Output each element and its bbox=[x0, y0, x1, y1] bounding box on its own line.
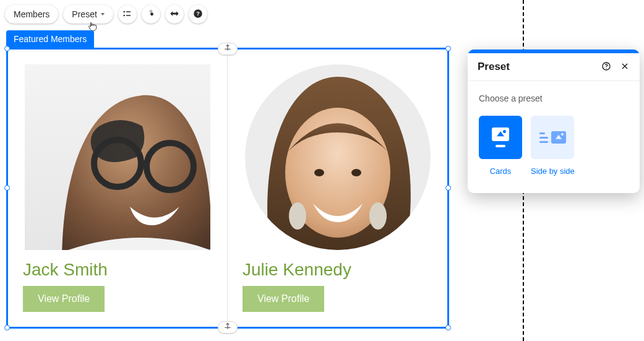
preset-option-cards[interactable]: Cards bbox=[479, 116, 522, 176]
stretch-button[interactable] bbox=[165, 5, 184, 24]
panel-subtitle: Choose a preset bbox=[479, 93, 629, 103]
resize-handle[interactable] bbox=[445, 46, 451, 51]
member-card: Julie Kennedy View Profile bbox=[228, 50, 447, 327]
text-line-icon bbox=[496, 145, 505, 147]
svg-text:?: ? bbox=[196, 11, 200, 17]
member-card: Jack Smith View Profile bbox=[8, 50, 228, 327]
panel-help-button[interactable] bbox=[601, 61, 611, 73]
help-button[interactable]: ? bbox=[189, 5, 207, 24]
manage-fields-button[interactable] bbox=[118, 5, 137, 24]
svg-point-2 bbox=[123, 14, 125, 16]
image-icon bbox=[492, 127, 509, 141]
side-by-side-icon bbox=[539, 131, 566, 144]
avatar bbox=[25, 64, 210, 250]
drag-icon bbox=[223, 43, 232, 54]
cards-row: Jack Smith View Profile bbox=[8, 50, 447, 327]
members-widget[interactable]: Jack Smith View Profile bbox=[6, 48, 449, 329]
chevron-down-icon bbox=[101, 13, 105, 15]
view-profile-button[interactable]: View Profile bbox=[23, 286, 105, 312]
svg-point-13 bbox=[351, 169, 361, 176]
preset-options: Cards Side by side bbox=[479, 116, 629, 176]
drag-handle-top[interactable] bbox=[218, 43, 238, 55]
preset-tile bbox=[531, 116, 574, 159]
stretch-icon bbox=[169, 8, 180, 21]
animation-button[interactable] bbox=[142, 5, 160, 24]
view-profile-label: View Profile bbox=[38, 293, 90, 304]
element-tag-label: Featured Members bbox=[14, 34, 87, 44]
drag-icon bbox=[223, 322, 232, 333]
member-name: Jack Smith bbox=[23, 260, 212, 280]
preset-label: Cards bbox=[479, 166, 522, 176]
panel-title: Preset bbox=[478, 61, 601, 73]
preset-label: Side by side bbox=[531, 166, 575, 176]
preset-option-side-by-side[interactable]: Side by side bbox=[531, 116, 575, 176]
editor-toolbar: Members Preset ? bbox=[5, 5, 207, 24]
preset-button[interactable]: Preset bbox=[63, 5, 113, 24]
avatar bbox=[245, 64, 431, 250]
member-name: Julie Kennedy bbox=[243, 260, 432, 280]
preset-tile bbox=[479, 116, 522, 159]
members-button-label: Members bbox=[14, 9, 49, 19]
svg-rect-3 bbox=[126, 15, 131, 16]
panel-header: Preset bbox=[468, 53, 640, 81]
members-button[interactable]: Members bbox=[5, 5, 58, 24]
resize-handle[interactable] bbox=[445, 185, 451, 191]
resize-handle[interactable] bbox=[4, 185, 10, 191]
preset-button-label: Preset bbox=[72, 9, 97, 19]
element-tag[interactable]: Featured Members bbox=[6, 30, 94, 48]
drag-handle-bottom[interactable] bbox=[218, 321, 238, 334]
panel-body: Choose a preset Cards Side by side bbox=[468, 81, 640, 193]
svg-rect-1 bbox=[126, 11, 131, 12]
svg-point-0 bbox=[123, 11, 125, 12]
svg-point-14 bbox=[289, 202, 306, 230]
close-icon bbox=[620, 61, 630, 73]
list-icon bbox=[122, 8, 133, 21]
resize-handle[interactable] bbox=[4, 325, 10, 330]
resize-handle[interactable] bbox=[445, 325, 451, 330]
preset-panel: Preset Choose a preset Cards bbox=[468, 50, 640, 193]
svg-point-17 bbox=[606, 67, 606, 68]
svg-point-15 bbox=[369, 202, 387, 230]
help-icon: ? bbox=[192, 8, 204, 21]
svg-point-12 bbox=[314, 169, 324, 176]
svg-rect-9 bbox=[139, 160, 148, 165]
resize-handle[interactable] bbox=[4, 46, 10, 51]
animation-icon bbox=[145, 8, 157, 21]
panel-close-button[interactable] bbox=[620, 61, 630, 73]
view-profile-button[interactable]: View Profile bbox=[243, 286, 324, 312]
help-icon bbox=[601, 61, 611, 73]
view-profile-label: View Profile bbox=[257, 293, 309, 304]
